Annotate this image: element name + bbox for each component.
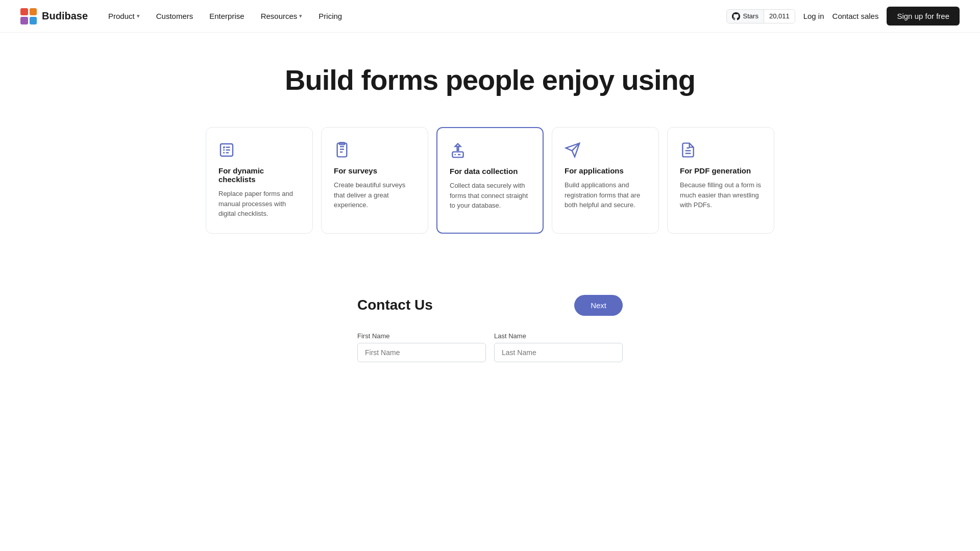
card-desc: Create beautiful surveys that deliver a … [334,180,415,210]
contact-section: Contact Us Next First Name Last Name [357,295,623,362]
card-desc: Collect data securely with forms that co… [450,181,530,211]
card-data-collection[interactable]: For data collection Collect data securel… [436,127,544,234]
logo-text: Budibase [42,10,88,22]
github-stars-label: Stars [743,12,758,20]
logo-icon [20,8,37,24]
card-desc: Build applications and registration form… [565,180,646,210]
contact-form-title: Contact Us [357,297,433,313]
login-link[interactable]: Log in [803,12,824,20]
contact-sales-link[interactable]: Contact sales [832,12,879,20]
chevron-down-icon: ▾ [137,13,140,19]
checklist-icon [218,142,300,158]
card-surveys[interactable]: For surveys Create beautiful surveys tha… [321,127,428,234]
github-icon [732,12,740,20]
card-title: For surveys [334,166,415,175]
contact-header: Contact Us Next [357,295,623,316]
next-button[interactable]: Next [574,295,623,316]
nav-customers[interactable]: Customers [156,12,193,20]
nav-enterprise[interactable]: Enterprise [209,12,244,20]
applications-icon [565,142,646,158]
name-fields-row: First Name Last Name [357,332,623,362]
card-pdf-generation[interactable]: For PDF generation Because filling out a… [667,127,774,234]
first-name-input[interactable] [357,343,486,362]
card-title: For PDF generation [680,166,762,175]
feature-cards: For dynamic checklists Replace paper for… [204,127,776,234]
card-applications[interactable]: For applications Build applications and … [552,127,659,234]
data-collection-icon [450,142,530,159]
pdf-icon [680,142,762,158]
chevron-down-icon: ▾ [299,13,302,19]
signup-button[interactable]: Sign up for free [887,7,960,26]
github-stars-count: 20,011 [764,10,795,22]
nav-links: Product ▾ Customers Enterprise Resources… [108,12,726,20]
first-name-label: First Name [357,332,486,340]
nav-resources[interactable]: Resources ▾ [261,12,303,20]
nav-right: Stars 20,011 Log in Contact sales Sign u… [726,7,960,26]
last-name-label: Last Name [494,332,623,340]
nav-pricing[interactable]: Pricing [318,12,342,20]
nav-product[interactable]: Product ▾ [108,12,140,20]
card-title: For dynamic checklists [218,166,300,184]
first-name-group: First Name [357,332,486,362]
card-desc: Replace paper forms and manual processes… [218,189,300,219]
card-title: For data collection [450,167,530,176]
last-name-input[interactable] [494,343,623,362]
github-stars-button[interactable]: Stars 20,011 [726,9,795,23]
survey-icon [334,142,415,158]
last-name-group: Last Name [494,332,623,362]
card-desc: Because filling out a form is much easie… [680,180,762,210]
card-dynamic-checklists[interactable]: For dynamic checklists Replace paper for… [206,127,313,234]
logo[interactable]: Budibase [20,8,88,24]
card-title: For applications [565,166,646,175]
hero-title: Build forms people enjoy using [204,63,776,96]
svg-rect-7 [337,143,347,157]
